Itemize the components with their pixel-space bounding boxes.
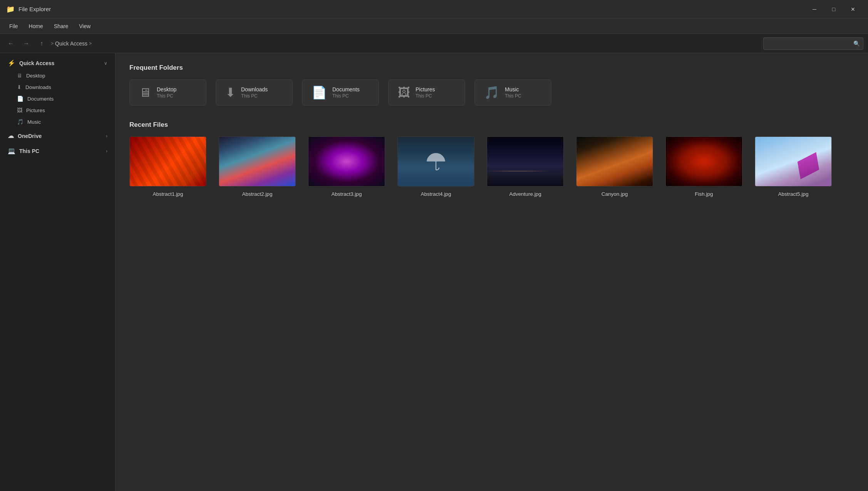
thumb-abstract5-bg (755, 137, 831, 186)
sidebar-quick-access-label-group: ⚡ Quick Access (8, 59, 54, 67)
thispc-chevron-icon: › (106, 148, 107, 154)
folder-desktop-icon: 🖥 (139, 86, 151, 100)
recent-files: Abstract1.jpg Abstract2.jpg Abstract3.jp… (129, 136, 854, 197)
maximize-button[interactable]: □ (825, 3, 843, 15)
folder-card-desktop[interactable]: 🖥 Desktop This PC (129, 79, 206, 106)
thispc-icon: 💻 (8, 147, 15, 155)
back-button[interactable]: ← (5, 37, 17, 50)
sidebar-item-documents[interactable]: 📄 Documents (2, 93, 114, 104)
sidebar-section-quick-access: ⚡ Quick Access ∨ 🖥 Desktop ⬇ Downloads 📄… (0, 56, 115, 128)
search-icon[interactable]: 🔍 (853, 40, 860, 47)
app-icon: 📁 (6, 5, 15, 13)
title-bar: 📁 File Explorer ─ □ ✕ (0, 0, 868, 18)
folder-pictures-name: Pictures (416, 86, 435, 92)
breadcrumb-chevron1: > (51, 41, 54, 46)
file-name-abstract2: Abstract2.jpg (242, 191, 273, 197)
thumb-abstract1-bg (130, 137, 206, 186)
thumb-canyon-bg (576, 137, 653, 186)
title-bar-left: 📁 File Explorer (6, 5, 51, 13)
sidebar-section-thispc: 💻 This PC › (0, 144, 115, 158)
menu-file[interactable]: File (5, 22, 23, 31)
file-name-canyon: Canyon.jpg (602, 191, 628, 197)
thumb-abstract4-bg (398, 137, 474, 186)
folder-documents-sub: This PC (332, 93, 360, 99)
folder-desktop-sub: This PC (157, 93, 176, 99)
file-thumb-adventure (487, 136, 564, 187)
close-button[interactable]: ✕ (844, 3, 862, 15)
folder-downloads-sub: This PC (241, 93, 268, 99)
menu-view[interactable]: View (74, 22, 95, 31)
menu-share[interactable]: Share (49, 22, 73, 31)
quick-access-chevron-icon: ∨ (104, 61, 107, 66)
search-input[interactable] (767, 40, 853, 46)
desktop-icon: 🖥 (17, 72, 22, 79)
sidebar-section-onedrive: ☁ OneDrive › (0, 129, 115, 143)
sidebar-item-documents-label: Documents (27, 96, 54, 102)
onedrive-icon: ☁ (8, 132, 14, 140)
quick-access-icon: ⚡ (8, 59, 15, 67)
file-name-abstract5: Abstract5.jpg (778, 191, 809, 197)
sidebar-quick-access-header[interactable]: ⚡ Quick Access ∨ (2, 56, 114, 70)
up-button[interactable]: ↑ (35, 37, 48, 50)
recent-files-title: Recent Files (129, 121, 854, 129)
documents-icon: 📄 (17, 96, 23, 102)
breadcrumb-quick-access[interactable]: Quick Access (55, 40, 87, 47)
music-icon: 🎵 (17, 119, 23, 125)
file-name-fish: Fish.jpg (695, 191, 713, 197)
address-path: > Quick Access > (51, 40, 92, 47)
folder-desktop-info: Desktop This PC (157, 86, 176, 99)
file-item-fish[interactable]: Fish.jpg (665, 136, 742, 197)
folder-music-sub: This PC (505, 93, 521, 99)
menu-bar: File Home Share View (0, 18, 868, 34)
file-item-abstract4[interactable]: Abstract4.jpg (397, 136, 474, 197)
sidebar-item-pictures[interactable]: 🖼 Pictures (2, 104, 114, 116)
file-item-adventure[interactable]: Adventure.jpg (487, 136, 564, 197)
sidebar-item-pictures-label: Pictures (26, 108, 45, 113)
frequent-folders-title: Frequent Folders (129, 64, 854, 72)
thumb-abstract2-bg (219, 137, 295, 186)
file-thumb-fish (665, 136, 742, 187)
file-thumb-abstract1 (129, 136, 206, 187)
sidebar-onedrive-label: OneDrive (18, 133, 42, 139)
main-layout: ⚡ Quick Access ∨ 🖥 Desktop ⬇ Downloads 📄… (0, 53, 868, 491)
folder-documents-name: Documents (332, 86, 360, 92)
folder-downloads-icon: ⬇ (225, 85, 236, 100)
file-name-abstract4: Abstract4.jpg (421, 191, 451, 197)
folder-pictures-info: Pictures This PC (416, 86, 435, 99)
sidebar-item-downloads[interactable]: ⬇ Downloads (2, 81, 114, 93)
sidebar-onedrive-header[interactable]: ☁ OneDrive › (2, 129, 114, 143)
file-thumb-canyon (576, 136, 653, 187)
folder-music-info: Music This PC (505, 86, 521, 99)
file-name-adventure: Adventure.jpg (509, 191, 541, 197)
folder-card-documents[interactable]: 📄 Documents This PC (302, 79, 379, 106)
menu-home[interactable]: Home (24, 22, 48, 31)
file-item-abstract3[interactable]: Abstract3.jpg (308, 136, 385, 197)
file-name-abstract3: Abstract3.jpg (332, 191, 362, 197)
file-item-abstract5[interactable]: Abstract5.jpg (755, 136, 832, 197)
folder-card-pictures[interactable]: 🖼 Pictures This PC (388, 79, 465, 106)
sidebar: ⚡ Quick Access ∨ 🖥 Desktop ⬇ Downloads 📄… (0, 53, 116, 491)
minimize-button[interactable]: ─ (806, 3, 823, 15)
folder-card-music[interactable]: 🎵 Music This PC (474, 79, 551, 106)
folder-music-name: Music (505, 86, 521, 92)
thumb-abstract3-bg (308, 137, 385, 186)
sidebar-item-desktop[interactable]: 🖥 Desktop (2, 70, 114, 81)
sidebar-item-music[interactable]: 🎵 Music (2, 116, 114, 128)
forward-button[interactable]: → (20, 37, 32, 50)
frequent-folders: 🖥 Desktop This PC ⬇ Downloads This PC 📄 … (129, 79, 854, 106)
folder-downloads-info: Downloads This PC (241, 86, 268, 99)
folder-card-downloads[interactable]: ⬇ Downloads This PC (216, 79, 293, 106)
downloads-icon: ⬇ (17, 84, 22, 90)
file-name-abstract1: Abstract1.jpg (153, 191, 183, 197)
sidebar-quick-access-label: Quick Access (19, 60, 54, 66)
file-thumb-abstract5 (755, 136, 832, 187)
file-thumb-abstract4 (397, 136, 474, 187)
content-area: Frequent Folders 🖥 Desktop This PC ⬇ Dow… (116, 53, 868, 491)
file-item-abstract2[interactable]: Abstract2.jpg (219, 136, 296, 197)
app-title: File Explorer (18, 6, 51, 12)
sidebar-thispc-header[interactable]: 💻 This PC › (2, 144, 114, 158)
umbrella-svg-icon (424, 150, 447, 173)
file-item-abstract1[interactable]: Abstract1.jpg (129, 136, 206, 197)
file-item-canyon[interactable]: Canyon.jpg (576, 136, 653, 197)
search-box[interactable]: 🔍 (763, 37, 863, 50)
